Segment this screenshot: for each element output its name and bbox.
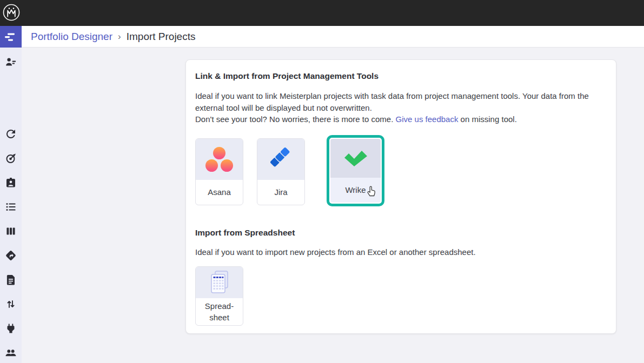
tool-label: Asana — [196, 180, 243, 205]
meisterplan-logo-icon — [2, 3, 21, 22]
asana-logo — [205, 147, 234, 172]
page-title: Import Projects — [127, 31, 196, 43]
asana-icon-area — [196, 139, 243, 180]
sidebar-item-sync[interactable] — [4, 127, 17, 140]
spreadsheet-icon-area — [196, 267, 243, 298]
spreadsheet-label-line2: sheet — [209, 313, 229, 322]
sidebar-item-import-export[interactable] — [4, 298, 17, 311]
wrike-logo — [343, 149, 369, 168]
give-feedback-link[interactable]: Give us feedback — [396, 115, 459, 124]
spreadsheet-icon — [209, 270, 230, 295]
spreadsheet-section-title: Import from Spreadsheet — [195, 228, 607, 238]
pm-tools-desc-line2-after: on missing tool. — [458, 115, 516, 124]
wrike-icon-area — [330, 139, 381, 178]
import-projects-card: Link & Import from Project Management To… — [185, 59, 616, 334]
sidebar-item-navigation[interactable] — [4, 249, 17, 262]
sidebar-item-portfolio-designer[interactable] — [0, 26, 22, 48]
spreadsheet-row: Spread- sheet — [195, 258, 607, 326]
breadcrumb-bar: Portfolio Designer › Import Projects — [0, 26, 644, 48]
hand-cursor-icon — [366, 183, 377, 197]
pm-tools-desc-line2: Don't see your tool? No worries, there i… — [195, 115, 396, 124]
tool-label: Spread- sheet — [196, 298, 243, 325]
jira-logo — [269, 146, 294, 172]
sidebar: ? — [0, 48, 22, 363]
tool-label: Jira — [257, 180, 304, 205]
goal-target-icon — [4, 152, 17, 165]
sidebar-item-list[interactable] — [4, 200, 17, 213]
directions-icon — [4, 249, 17, 262]
pm-tools-desc-line1: Ideal if you want to link Meisterplan pr… — [195, 91, 589, 112]
columns-icon — [4, 225, 17, 238]
tool-card-wrike[interactable]: Wrike — [330, 139, 381, 203]
pm-tools-row: Asana Jira — [195, 135, 607, 206]
spreadsheet-description: Ideal if you want to import new projects… — [195, 246, 607, 258]
tool-card-spreadsheet[interactable]: Spread- sheet — [195, 266, 243, 326]
pm-tools-description: Ideal if you want to link Meisterplan pr… — [195, 90, 607, 125]
document-icon — [4, 273, 17, 286]
breadcrumb-separator: › — [118, 31, 121, 42]
tool-card-jira[interactable]: Jira — [257, 138, 305, 205]
tool-card-wrike-selected[interactable]: Wrike — [327, 135, 384, 206]
import-export-arrows-icon — [4, 298, 17, 311]
sidebar-item-integrations[interactable] — [4, 322, 17, 335]
person-list-icon — [4, 56, 17, 69]
breadcrumb-parent-link[interactable]: Portfolio Designer — [31, 31, 112, 43]
sidebar-item-board[interactable] — [4, 225, 17, 238]
sync-icon — [4, 127, 17, 140]
people-icon — [4, 346, 17, 359]
pm-tools-section-title: Link & Import from Project Management To… — [195, 71, 607, 81]
badge-person-icon — [4, 176, 17, 189]
tool-label: Wrike — [345, 184, 366, 196]
wrike-label-area: Wrike — [330, 178, 381, 203]
sidebar-item-resources[interactable] — [4, 56, 17, 69]
sidebar-item-reports[interactable] — [4, 273, 17, 286]
meisterplan-logo[interactable] — [2, 3, 21, 22]
sidebar-item-team[interactable] — [4, 346, 17, 359]
jira-icon-area — [257, 139, 304, 180]
bulleted-list-icon — [4, 200, 17, 213]
top-bar — [0, 0, 644, 26]
sidebar-item-contacts[interactable] — [4, 176, 17, 189]
spreadsheet-label-line1: Spread- — [205, 301, 234, 311]
plug-icon — [4, 322, 17, 335]
tool-card-asana[interactable]: Asana — [195, 138, 243, 205]
sidebar-item-goals[interactable] — [4, 152, 17, 165]
breadcrumb: Portfolio Designer › Import Projects — [31, 26, 195, 48]
portfolio-designer-icon — [0, 26, 22, 48]
